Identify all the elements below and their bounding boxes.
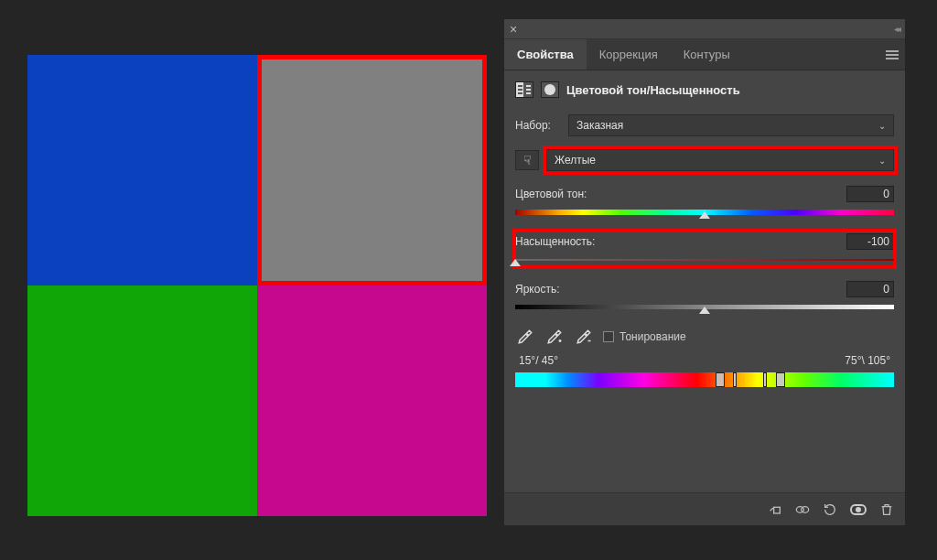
square-top-left bbox=[27, 55, 257, 285]
eyedropper-plus-icon[interactable] bbox=[544, 327, 565, 347]
channel-dropdown-value: Желтые bbox=[555, 154, 596, 167]
panel-menu-icon[interactable] bbox=[879, 39, 905, 70]
lightness-label: Яркость: bbox=[515, 283, 561, 296]
clip-to-layer-icon[interactable] bbox=[768, 502, 782, 517]
toning-checkbox[interactable] bbox=[603, 331, 614, 342]
square-bottom-left bbox=[27, 285, 257, 516]
properties-panel: × ◂◂ Свойства Коррекция Контуры Цветовой… bbox=[503, 18, 906, 526]
lightness-thumb[interactable] bbox=[699, 307, 710, 316]
chevron-down-icon: ⌄ bbox=[878, 121, 886, 131]
toning-checkbox-row: Тонирование bbox=[603, 330, 686, 343]
canvas bbox=[27, 55, 487, 516]
mask-icon bbox=[541, 81, 559, 98]
saturation-slider[interactable] bbox=[515, 255, 894, 264]
tab-corrections[interactable]: Коррекция bbox=[587, 39, 671, 70]
eyedropper-row: Тонирование bbox=[515, 327, 894, 347]
angle-readout: 15°/ 45° 75°\ 105° bbox=[515, 354, 894, 367]
angle-right: 75°\ 105° bbox=[845, 354, 890, 367]
toning-label: Тонирование bbox=[619, 330, 686, 343]
panel-footer bbox=[504, 492, 905, 525]
lightness-value-input[interactable]: 0 bbox=[846, 281, 894, 297]
square-top-right-highlighted bbox=[257, 55, 487, 285]
hue-range-bar[interactable] bbox=[515, 372, 894, 387]
eyedropper-minus-icon[interactable] bbox=[574, 327, 594, 347]
square-bottom-right bbox=[257, 285, 487, 516]
lightness-slider-group: Яркость: 0 bbox=[515, 279, 894, 314]
hue-value-input[interactable]: 0 bbox=[846, 186, 894, 202]
range-marker-outer-right[interactable] bbox=[776, 372, 785, 387]
range-marker-inner-right[interactable] bbox=[763, 372, 767, 387]
svg-point-2 bbox=[802, 506, 809, 512]
saturation-thumb[interactable] bbox=[510, 259, 521, 268]
channel-dropdown[interactable]: Желтые ⌄ bbox=[546, 149, 894, 171]
channel-row: ☟ Желтые ⌄ bbox=[515, 149, 894, 171]
saturation-slider-group: Насыщенность: -100 bbox=[515, 232, 894, 266]
targeted-adjust-icon[interactable]: ☟ bbox=[515, 150, 539, 170]
preset-label: Набор: bbox=[515, 119, 561, 132]
visibility-icon[interactable] bbox=[850, 504, 867, 515]
trash-icon[interactable] bbox=[879, 502, 894, 517]
panel-titlebar: × ◂◂ bbox=[504, 19, 905, 39]
preset-dropdown-value: Заказная bbox=[576, 119, 623, 132]
range-marker-inner-left[interactable] bbox=[733, 372, 737, 387]
eyedropper-icon[interactable] bbox=[515, 327, 535, 347]
saturation-value-input[interactable]: -100 bbox=[846, 233, 894, 250]
saturation-label: Насыщенность: bbox=[515, 235, 595, 248]
svg-rect-0 bbox=[774, 507, 781, 513]
adjustment-title: Цветовой тон/Насыщенность bbox=[566, 83, 740, 97]
panel-tabs: Свойства Коррекция Контуры bbox=[504, 39, 905, 70]
tab-properties[interactable]: Свойства bbox=[504, 39, 587, 70]
hue-slider[interactable] bbox=[515, 208, 894, 217]
hue-label: Цветовой тон: bbox=[515, 188, 587, 200]
hue-thumb[interactable] bbox=[699, 211, 710, 221]
adjustment-icon bbox=[515, 81, 533, 98]
view-previous-icon[interactable] bbox=[795, 502, 810, 517]
close-icon[interactable]: × bbox=[510, 22, 517, 37]
collapse-icon[interactable]: ◂◂ bbox=[894, 24, 899, 34]
adjustment-header: Цветовой тон/Насыщенность bbox=[515, 81, 894, 98]
preset-row: Набор: Заказная ⌄ bbox=[515, 114, 894, 136]
tab-contours[interactable]: Контуры bbox=[671, 39, 743, 70]
reset-icon[interactable] bbox=[823, 502, 837, 517]
chevron-down-icon: ⌄ bbox=[878, 156, 886, 166]
angle-left: 15°/ 45° bbox=[519, 354, 558, 367]
panel-body: Цветовой тон/Насыщенность Набор: Заказна… bbox=[504, 70, 905, 492]
hue-slider-group: Цветовой тон: 0 bbox=[515, 184, 894, 219]
range-marker-outer-left[interactable] bbox=[716, 372, 725, 387]
lightness-slider[interactable] bbox=[515, 303, 894, 312]
preset-dropdown[interactable]: Заказная ⌄ bbox=[568, 114, 894, 136]
